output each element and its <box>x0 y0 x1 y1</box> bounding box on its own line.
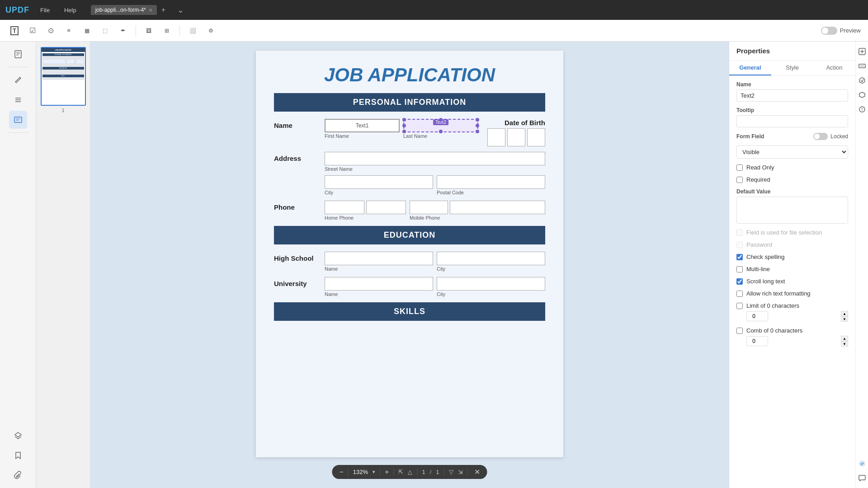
resize-handle-mr[interactable] <box>476 124 479 127</box>
limit-chars-down[interactable]: ▼ <box>841 316 848 322</box>
resize-handle-bl[interactable] <box>402 130 406 133</box>
uni-city-field[interactable] <box>437 277 545 291</box>
comb-chars-checkbox[interactable] <box>736 328 743 334</box>
resize-handle-tc[interactable] <box>439 118 443 122</box>
zoom-down-btn[interactable]: ▽ <box>449 469 453 475</box>
preview-switch[interactable] <box>821 27 837 35</box>
zoom-sep-2 <box>380 469 380 476</box>
text2-field[interactable]: Text2 <box>403 119 478 132</box>
scroll-long-text-checkbox[interactable] <box>736 278 743 285</box>
image-tool[interactable]: 🖼 <box>142 23 156 38</box>
doc-title: JOB APPLICATION <box>274 64 545 86</box>
tab-overflow-icon[interactable]: ⌄ <box>174 3 188 17</box>
comb-chars-up[interactable]: ▲ <box>841 336 848 341</box>
menu-file[interactable]: File <box>37 5 53 15</box>
resize-handle-br[interactable] <box>476 130 479 133</box>
zoom-last-btn[interactable]: ⇲ <box>458 469 463 475</box>
right-icon-2[interactable] <box>856 60 868 72</box>
required-checkbox[interactable] <box>736 177 743 183</box>
sidebar-list[interactable] <box>9 91 27 109</box>
thumbnail-page-1[interactable]: JOB APPLICATION PERSONAL INFORMATION EDU… <box>41 47 86 113</box>
checkbox-tool[interactable]: ☑ <box>25 23 40 38</box>
visible-select[interactable]: Visible <box>736 145 848 159</box>
list-tool[interactable]: ≡ <box>61 23 76 38</box>
align-tool[interactable]: ⬜ <box>185 23 200 38</box>
check-spelling-checkbox[interactable] <box>736 254 743 260</box>
signature-tool[interactable]: ✒ <box>116 23 130 38</box>
comb-chars-input[interactable] <box>746 336 768 346</box>
right-icon-bottom[interactable] <box>856 457 868 470</box>
prop-default-textarea[interactable] <box>736 197 848 224</box>
hs-city-field[interactable] <box>437 252 545 265</box>
form-row-university: University Name City <box>274 277 545 297</box>
radio-tool[interactable]: ⊙ <box>43 23 58 38</box>
read-only-checkbox[interactable] <box>736 164 743 171</box>
tab-general[interactable]: General <box>729 61 771 75</box>
scroll-long-text-label: Scroll long text <box>746 278 785 285</box>
city-field[interactable] <box>325 175 433 189</box>
menu-help[interactable]: Help <box>61 5 80 15</box>
zoom-out-btn[interactable]: − <box>339 468 343 476</box>
right-icon-chat[interactable] <box>856 472 868 484</box>
tab-close-icon[interactable]: ✕ <box>149 8 152 13</box>
table-tool[interactable]: ⊞ <box>160 23 174 38</box>
comb-chars-down[interactable]: ▼ <box>841 341 848 347</box>
zoom-first-btn[interactable]: ⇱ <box>398 469 403 475</box>
resize-handle-tr[interactable] <box>476 118 479 122</box>
tab-action[interactable]: Action <box>813 61 855 75</box>
zoom-in-btn[interactable]: + <box>385 468 389 476</box>
hs-city-label: City <box>437 266 545 272</box>
tab-add-button[interactable]: + <box>159 6 168 14</box>
file-selection-label: Field is used for file selection <box>746 229 822 236</box>
zoom-close-btn[interactable]: ✕ <box>474 468 480 476</box>
hs-name-field[interactable] <box>325 252 433 265</box>
resize-handle-ml[interactable] <box>402 124 406 127</box>
mobile-phone-num[interactable] <box>450 201 545 214</box>
prop-rich-text: Allow rich text formatting <box>736 290 848 297</box>
mobile-phone-label: Mobile Phone <box>410 215 545 221</box>
right-icon-5[interactable] <box>856 103 868 116</box>
combo-tool[interactable]: ▦ <box>80 23 94 38</box>
settings-tool[interactable]: ⚙ <box>203 23 218 38</box>
file-selection-checkbox[interactable] <box>736 230 743 236</box>
uni-name-field[interactable] <box>325 277 433 291</box>
street-field[interactable] <box>325 152 545 165</box>
right-icon-3[interactable] <box>856 74 868 87</box>
sidebar-layers[interactable] <box>9 427 27 445</box>
locked-switch[interactable] <box>813 133 828 140</box>
limit-chars-input[interactable] <box>746 311 768 321</box>
doc-area[interactable]: JOB APPLICATION PERSONAL INFORMATION Nam… <box>90 42 729 488</box>
zoom-dropdown-btn[interactable]: ▾ <box>373 469 375 475</box>
dob-box-2[interactable] <box>507 128 525 146</box>
limit-chars-up[interactable]: ▲ <box>841 311 848 316</box>
sidebar-attachment[interactable] <box>9 466 27 484</box>
password-label: Password <box>746 241 772 248</box>
dob-box-1[interactable] <box>487 128 505 146</box>
resize-handle-tl[interactable] <box>402 118 406 122</box>
postal-field[interactable] <box>437 175 545 189</box>
locked-toggle: Locked <box>813 133 848 140</box>
tab-style[interactable]: Style <box>771 61 813 75</box>
prop-name-input[interactable] <box>736 89 848 102</box>
right-icon-4[interactable] <box>856 89 868 101</box>
password-checkbox[interactable] <box>736 242 743 248</box>
prop-tooltip-input[interactable] <box>736 115 848 127</box>
limit-chars-checkbox[interactable] <box>736 303 743 309</box>
multiline-checkbox[interactable] <box>736 266 743 272</box>
sidebar-form[interactable] <box>9 111 27 129</box>
home-phone-num[interactable] <box>366 201 406 214</box>
button-tool[interactable]: ⬚ <box>98 23 112 38</box>
home-phone-area[interactable] <box>325 201 364 214</box>
text1-field[interactable]: Text1 <box>325 119 400 132</box>
zoom-up-btn[interactable]: △ <box>408 469 412 475</box>
mobile-phone-area[interactable] <box>410 201 448 214</box>
right-icon-1[interactable] <box>856 45 868 58</box>
sidebar-edit[interactable] <box>9 71 27 89</box>
resize-handle-bc[interactable] <box>439 130 443 133</box>
rich-text-checkbox[interactable] <box>736 291 743 297</box>
tab-document[interactable]: job-appli...on-form-4* ✕ <box>91 5 157 15</box>
sidebar-bookmark[interactable] <box>9 446 27 465</box>
sidebar-pages[interactable] <box>9 45 27 63</box>
text-field-tool[interactable]: T <box>7 23 22 38</box>
dob-box-3[interactable] <box>527 128 545 146</box>
